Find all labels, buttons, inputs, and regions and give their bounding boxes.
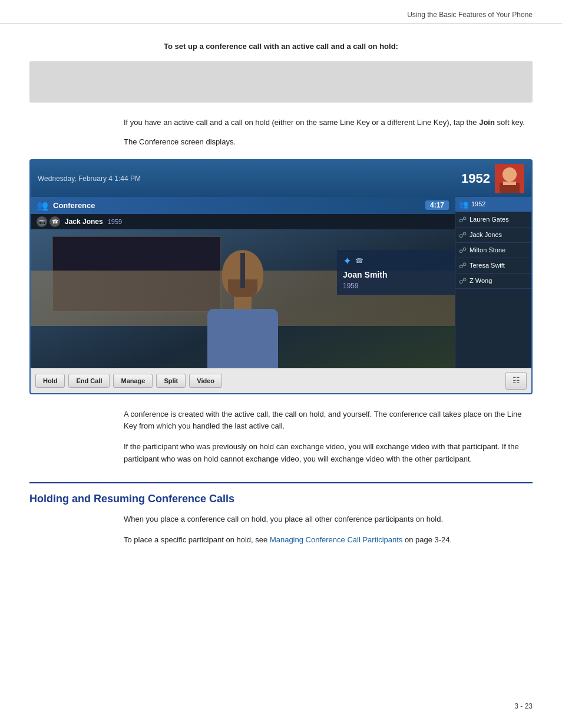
participant-conf-icon: 👥 <box>459 200 468 209</box>
participant-jack[interactable]: ☍ Jack Jones <box>455 228 531 243</box>
body-text-4: If the participant who was previously on… <box>29 441 533 466</box>
body-text-3: A conference is created with the active … <box>29 409 533 433</box>
split-button[interactable]: Split <box>156 374 186 388</box>
page-header: Using the Basic Features of Your Phone <box>0 0 562 24</box>
camera-icon: 📷 <box>37 216 47 227</box>
video-button[interactable]: Video <box>189 374 222 388</box>
incoming-call-overlay: ✦ ☎ Joan Smith 1959 <box>337 250 455 295</box>
active-call-row: 📷 ☎ Jack Jones 1959 <box>31 214 455 229</box>
end-call-button[interactable]: End Call <box>68 374 110 388</box>
person-figure <box>207 250 278 368</box>
avatar <box>495 164 524 193</box>
managing-conference-link[interactable]: Managing Conference Call Participants <box>270 535 402 544</box>
phone-screenshot: Wednesday, February 4 1:44 PM 1952 <box>29 159 533 394</box>
incoming-call-name: Joan Smith <box>343 270 449 279</box>
video-area: ✦ ☎ Joan Smith 1959 <box>31 229 455 368</box>
incoming-call-ext: 1959 <box>343 282 449 290</box>
chapter-heading: Holding and Resuming Conference Calls <box>29 493 533 505</box>
participant-milton[interactable]: ☍ Milton Stone <box>455 243 531 258</box>
phone-left-panel: 👥 Conference 4:17 📷 ☎ Jack Jones 1959 <box>31 197 455 368</box>
incoming-call-icon: ✦ <box>343 255 352 268</box>
participant-icon-2: ☍ <box>459 230 467 239</box>
conference-bar: 👥 Conference 4:17 <box>31 197 455 214</box>
phone-extension: 1952 <box>461 171 490 186</box>
page-number: 3 - 23 <box>514 702 533 710</box>
person-body <box>207 309 278 368</box>
header-title: Using the Basic Features of Your Phone <box>407 11 533 19</box>
conf-timer: 4:17 <box>425 200 449 210</box>
active-call-ext: 1959 <box>108 218 122 225</box>
section-divider <box>29 482 533 483</box>
participant-icon-5: ☍ <box>459 276 467 285</box>
phone-datetime: Wednesday, February 4 1:44 PM <box>38 174 141 183</box>
holding-body-1: When you place a conference call on hold… <box>29 513 533 526</box>
participant-icon-4: ☍ <box>459 261 467 270</box>
phone-icon: ☎ <box>49 216 60 227</box>
svg-point-1 <box>503 167 517 182</box>
active-call-name: Jack Jones <box>65 218 103 226</box>
svg-rect-3 <box>503 182 516 185</box>
participant-icon-3: ☍ <box>459 246 467 255</box>
conf-label: Conference <box>53 201 95 210</box>
manage-button[interactable]: Manage <box>113 374 153 388</box>
phone-participants-panel: 👥 1952 ☍ Lauren Gates ☍ Jack Jones ☍ Mil… <box>455 197 531 368</box>
holding-body-2: To place a specific participant on hold,… <box>29 534 533 546</box>
participant-lauren[interactable]: ☍ Lauren Gates <box>455 212 531 228</box>
hold-button[interactable]: Hold <box>35 374 65 388</box>
participant-icon-1: ☍ <box>459 215 467 224</box>
grid-view-button[interactable]: ☷ <box>505 372 527 390</box>
body-text-1: If you have an active call and a call on… <box>29 117 533 129</box>
body-text-2: The Conference screen displays. <box>29 136 533 149</box>
active-call-icons: 📷 ☎ <box>37 216 60 227</box>
conference-icon: 👥 <box>37 200 48 211</box>
phone-top-bar: Wednesday, February 4 1:44 PM 1952 <box>31 160 531 197</box>
phone-main-area: 👥 Conference 4:17 📷 ☎ Jack Jones 1959 <box>31 197 531 368</box>
tie <box>240 253 245 288</box>
section-heading: To set up a conference call with an acti… <box>29 42 533 51</box>
phone-button-bar: Hold End Call Manage Split Video ☷ <box>31 368 531 393</box>
image-placeholder <box>29 61 533 103</box>
participant-1952[interactable]: 👥 1952 <box>455 197 531 212</box>
participant-teresa[interactable]: ☍ Teresa Swift <box>455 258 531 274</box>
participant-zwong[interactable]: ☍ Z Wong <box>455 274 531 289</box>
person-neck <box>234 297 252 309</box>
